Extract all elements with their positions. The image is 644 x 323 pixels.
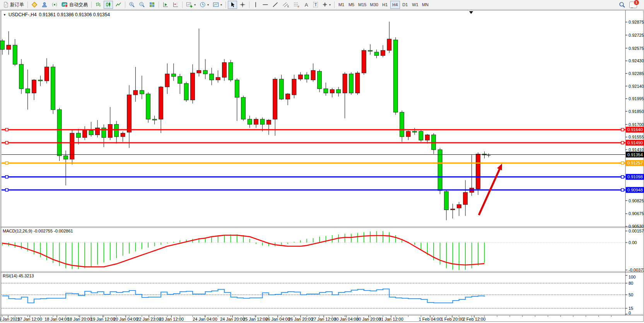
candle-body <box>387 39 391 50</box>
trendline-tool[interactable] <box>271 1 280 9</box>
channel-tool[interactable]: E <box>281 1 291 9</box>
market-button[interactable] <box>30 1 39 9</box>
candle-body <box>330 90 334 93</box>
candle-body <box>222 63 227 77</box>
bar-chart-button[interactable] <box>94 1 103 9</box>
tile-windows-button[interactable] <box>147 1 157 9</box>
rsi-axis-label: 50 <box>629 292 633 297</box>
collapse-triangle-icon[interactable]: ▼ <box>3 13 6 17</box>
chart-shift-button[interactable] <box>171 1 180 9</box>
chat-bubble-icon: 1 <box>629 2 637 8</box>
time-axis-label: 31 Jan 12:00 <box>379 317 403 321</box>
timeframe-h4[interactable]: H4 <box>390 1 400 9</box>
candle-body <box>96 128 100 135</box>
line-handle[interactable] <box>621 162 624 164</box>
line-handle[interactable] <box>621 141 624 144</box>
main-toolbar: 新订单 自动交易 <box>0 0 644 10</box>
candle-body <box>248 119 252 125</box>
timeframe-group: M1M5M15M30H1H4D1W1MN <box>337 1 430 9</box>
crosshair-button[interactable] <box>238 1 247 9</box>
candle-body <box>210 74 214 80</box>
candle-body <box>114 125 119 137</box>
bar-chart-icon <box>95 2 101 8</box>
text-label-tool[interactable]: T <box>311 1 320 9</box>
zoom-in-button[interactable] <box>127 1 137 9</box>
tile-windows-icon <box>149 2 155 8</box>
text-tool[interactable]: A <box>302 1 311 9</box>
toolbar-separator <box>27 2 28 8</box>
cursor-button[interactable] <box>228 1 237 9</box>
line-handle[interactable] <box>621 128 624 131</box>
price-axis-label: 0.91410 <box>629 147 644 152</box>
vertical-line-tool[interactable] <box>251 1 260 9</box>
autotrading-label: 自动交易 <box>69 2 88 8</box>
macd-axis-label: -0.003733 <box>629 268 644 272</box>
line-handle[interactable] <box>5 128 8 131</box>
candle-body <box>203 70 207 74</box>
toolbar-separator <box>125 2 125 8</box>
current-bar-cross-marker <box>487 154 490 157</box>
timeframe-h1[interactable]: H1 <box>380 1 390 9</box>
candle-body <box>216 77 220 80</box>
candle-body <box>368 50 372 51</box>
new-order-button[interactable]: 新订单 <box>2 1 26 9</box>
line-chart-button[interactable] <box>114 1 123 9</box>
new-chart-dropdown[interactable]: ▾ <box>184 1 197 9</box>
time-axis-label: 26 Jan 04:00 <box>265 317 290 321</box>
timeframe-m15[interactable]: M15 <box>357 1 368 9</box>
candle-body <box>83 130 87 137</box>
templates-dropdown[interactable]: ▾ <box>211 1 224 9</box>
toolbar-separator <box>159 2 159 8</box>
chart-canvas[interactable]: 0.928750.927250.925750.924300.922850.921… <box>0 0 644 323</box>
zoom-out-button[interactable] <box>137 1 147 9</box>
timeframe-w1[interactable]: W1 <box>410 1 420 9</box>
candle-body <box>324 89 328 93</box>
price-axis-label: 0.92430 <box>629 58 644 63</box>
horizontal-line-tool[interactable] <box>261 1 270 9</box>
buy-arrow-annotation[interactable] <box>479 166 501 215</box>
time-axis-label: 18 Jan 04:00 <box>44 317 69 321</box>
chart-window-frame <box>1 10 644 322</box>
notifications-button[interactable]: 1 <box>628 1 639 9</box>
candle-body <box>76 133 80 137</box>
search-button[interactable] <box>617 1 627 9</box>
time-axis-label: 19 Jan 12:00 <box>91 317 115 321</box>
candle-body <box>254 119 258 125</box>
line-handle[interactable] <box>621 189 624 191</box>
toolbar-separator <box>182 2 183 8</box>
candle-body <box>292 79 296 95</box>
timeframe-d1[interactable]: D1 <box>400 1 410 9</box>
candle-body <box>438 150 442 191</box>
autotrading-button[interactable]: 自动交易 <box>60 1 89 9</box>
line-handle[interactable] <box>5 162 8 164</box>
candle-body <box>400 112 404 137</box>
candlestick-chart-button[interactable] <box>104 1 113 9</box>
candle-body <box>64 156 68 159</box>
signals-button[interactable] <box>50 1 59 9</box>
candle-body <box>44 67 49 81</box>
timeframe-mn[interactable]: MN <box>420 1 430 9</box>
line-handle[interactable] <box>5 141 8 144</box>
notification-badge: 1 <box>634 0 639 5</box>
candle-body <box>13 45 17 65</box>
cursor-icon <box>229 2 236 8</box>
periods-dropdown[interactable]: ▾ <box>198 1 210 9</box>
zoom-in-icon <box>129 2 135 8</box>
timeframe-m30[interactable]: M30 <box>368 1 379 9</box>
community-person-icon <box>41 2 48 8</box>
candle-body <box>298 75 302 79</box>
line-handle[interactable] <box>5 189 8 191</box>
community-button[interactable] <box>40 1 49 9</box>
timeframe-m5[interactable]: M5 <box>347 1 356 9</box>
line-handle[interactable] <box>5 176 8 178</box>
toolbar-separator <box>225 2 226 8</box>
line-handle[interactable] <box>621 176 624 178</box>
auto-scroll-button[interactable] <box>161 1 170 9</box>
time-axis-label: 18 Jan 20:00 <box>67 317 92 321</box>
fibonacci-tool[interactable]: F <box>292 1 301 9</box>
price-line-label: 0.91354 <box>627 152 643 157</box>
macd-axis-label: 0.001573 <box>629 229 644 233</box>
timeframe-m1[interactable]: M1 <box>337 1 346 9</box>
shapes-dropdown[interactable]: ▾ <box>321 1 332 9</box>
candle-body <box>32 80 36 93</box>
